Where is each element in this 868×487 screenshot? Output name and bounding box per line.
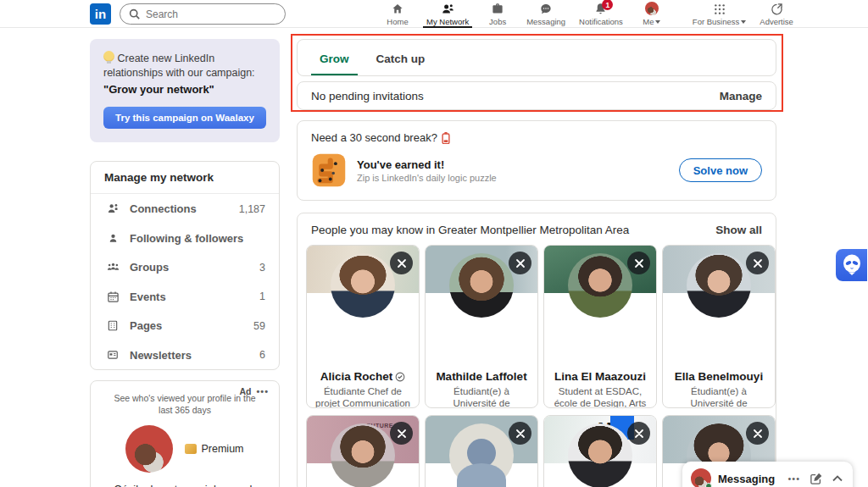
alien-icon bbox=[842, 254, 862, 276]
pymk-row-1: Alicia Rochet Étudiante Chef de projet C… bbox=[304, 245, 769, 408]
person-avatar-placeholder[interactable] bbox=[449, 423, 514, 487]
person-card: Mathilde Laffolet Étudiant(e) à Universi… bbox=[425, 245, 538, 408]
chevron-down-icon bbox=[655, 20, 660, 24]
nav-notifications[interactable]: 1 Notifications bbox=[572, 0, 630, 28]
person-avatar[interactable] bbox=[331, 253, 395, 318]
premium-icon bbox=[185, 444, 197, 454]
dismiss-icon[interactable] bbox=[746, 422, 769, 445]
nav-my-network[interactable]: My Network bbox=[420, 0, 476, 28]
connections-icon bbox=[104, 202, 121, 215]
lightbulb-icon bbox=[103, 51, 114, 62]
profile-avatar bbox=[125, 425, 173, 473]
top-nav-bar: in Home My Network Jobs bbox=[0, 0, 868, 28]
chevron-up-icon[interactable] bbox=[832, 475, 843, 482]
invitations-status: No pending invitations bbox=[311, 90, 424, 102]
nav-jobs[interactable]: Jobs bbox=[476, 0, 520, 28]
people-you-may-know-card: People you may know in Greater Montpelli… bbox=[297, 213, 776, 487]
online-status-dot bbox=[705, 483, 712, 487]
pymk-title: People you may know in Greater Montpelli… bbox=[311, 224, 629, 236]
zip-game-card: Need a 30 second break? You've earned it… bbox=[297, 120, 776, 201]
person-avatar[interactable] bbox=[331, 423, 395, 487]
main-content: Grow Catch up No pending invitations Man… bbox=[297, 39, 776, 487]
person-avatar[interactable] bbox=[687, 253, 751, 318]
bell-icon: 1 bbox=[594, 3, 607, 15]
person-headline: Étudiant(e) à Université de Montpellier bbox=[663, 385, 775, 408]
tab-grow[interactable]: Grow bbox=[309, 53, 359, 75]
person-avatar[interactable] bbox=[449, 253, 514, 318]
person-card: FUTURE bbox=[306, 415, 420, 487]
events-count: 1 bbox=[259, 291, 265, 302]
dismiss-icon[interactable] bbox=[746, 252, 769, 274]
grid-icon bbox=[714, 3, 726, 15]
left-sidebar: Create new LinkedIn relationships with o… bbox=[90, 39, 280, 487]
dismiss-icon[interactable] bbox=[627, 252, 650, 274]
messaging-label: Messaging bbox=[718, 473, 781, 485]
ad-headline: See who's viewed your profile in the las… bbox=[101, 393, 269, 416]
nav-messaging[interactable]: Messaging bbox=[520, 0, 572, 28]
manage-network-card: Manage my network Connections 1,187 Foll… bbox=[90, 161, 280, 370]
sidebar-item-pages[interactable]: Pages 59 bbox=[91, 311, 279, 340]
connections-count: 1,187 bbox=[239, 203, 265, 215]
messaging-icon bbox=[539, 3, 553, 15]
campaign-title: "Grow your network" bbox=[103, 82, 266, 97]
ad-cta-text: Cécile, boost your job search with Premi… bbox=[101, 483, 269, 487]
person-headline: Étudiante Chef de projet Communication &… bbox=[307, 385, 419, 408]
linkedin-logo[interactable]: in bbox=[90, 3, 111, 25]
search-box[interactable] bbox=[120, 3, 286, 25]
nav-advertise[interactable]: Advertise bbox=[753, 0, 800, 28]
invitations-card: No pending invitations Manage bbox=[297, 81, 776, 110]
sidebar-item-connections[interactable]: Connections 1,187 bbox=[91, 194, 279, 224]
dismiss-icon[interactable] bbox=[627, 422, 650, 445]
network-icon bbox=[441, 3, 455, 15]
person-name[interactable]: Mathilde Laffolet bbox=[436, 370, 526, 383]
nav-separator bbox=[674, 0, 686, 28]
dismiss-icon[interactable] bbox=[509, 422, 531, 445]
sidebar-item-events[interactable]: Events 1 bbox=[91, 282, 279, 312]
search-input[interactable] bbox=[146, 8, 273, 20]
sidebar-item-newsletters[interactable]: Newsletters 6 bbox=[91, 340, 279, 370]
advertise-icon bbox=[771, 3, 783, 15]
manage-invitations-link[interactable]: Manage bbox=[720, 90, 762, 102]
groups-icon bbox=[104, 261, 121, 274]
home-icon bbox=[391, 3, 404, 15]
break-title: Need a 30 second break? bbox=[311, 131, 437, 144]
network-tabs-card: Grow Catch up bbox=[297, 39, 776, 76]
tab-catch-up[interactable]: Catch up bbox=[366, 53, 436, 75]
compose-icon[interactable] bbox=[810, 473, 822, 484]
calendar-icon bbox=[104, 291, 121, 303]
overflow-icon[interactable]: ••• bbox=[256, 386, 269, 396]
newsletter-icon bbox=[104, 349, 121, 361]
premium-label: Premium bbox=[201, 443, 243, 455]
zip-subtitle: Zip is LinkedIn's daily logic puzzle bbox=[357, 173, 669, 183]
show-all-link[interactable]: Show all bbox=[715, 224, 762, 236]
battery-icon bbox=[442, 132, 450, 144]
nav-for-business[interactable]: For Business bbox=[686, 0, 753, 28]
sidebar-item-groups[interactable]: Groups 3 bbox=[91, 252, 279, 282]
zip-puzzle-icon bbox=[311, 152, 347, 188]
person-card: M bbox=[543, 415, 657, 487]
person-name[interactable]: Ella Benelmouyi bbox=[675, 370, 763, 383]
dismiss-icon[interactable] bbox=[390, 422, 413, 445]
sidebar-item-following[interactable]: Following & followers bbox=[91, 224, 279, 253]
verified-icon bbox=[395, 372, 405, 382]
nav-home[interactable]: Home bbox=[376, 0, 420, 28]
person-name[interactable]: Alicia Rochet bbox=[320, 370, 393, 383]
person-headline: Student at ESDAC, école de Design, Arts … bbox=[544, 385, 656, 408]
waalaxy-campaign-card: Create new LinkedIn relationships with o… bbox=[90, 39, 280, 142]
waalaxy-alien-widget[interactable] bbox=[835, 248, 868, 282]
person-avatar[interactable] bbox=[568, 423, 632, 487]
dismiss-icon[interactable] bbox=[390, 252, 413, 274]
solve-now-button[interactable]: Solve now bbox=[679, 158, 762, 182]
messaging-dock[interactable]: Messaging ••• bbox=[682, 462, 853, 487]
overflow-icon[interactable]: ••• bbox=[787, 473, 800, 484]
dismiss-icon[interactable] bbox=[509, 252, 531, 274]
global-nav: Home My Network Jobs Messaging 1 Not bbox=[376, 0, 800, 28]
try-campaign-button[interactable]: Try this campaign on Waalaxy bbox=[103, 107, 266, 129]
zip-headline: You've earned it! bbox=[357, 158, 669, 171]
briefcase-icon bbox=[491, 3, 504, 15]
person-avatar[interactable] bbox=[568, 253, 632, 318]
nav-me[interactable]: Me bbox=[630, 0, 674, 28]
person-card bbox=[425, 415, 538, 487]
notification-badge: 1 bbox=[602, 0, 613, 10]
person-name[interactable]: Lina El Maazouzi bbox=[554, 370, 646, 383]
